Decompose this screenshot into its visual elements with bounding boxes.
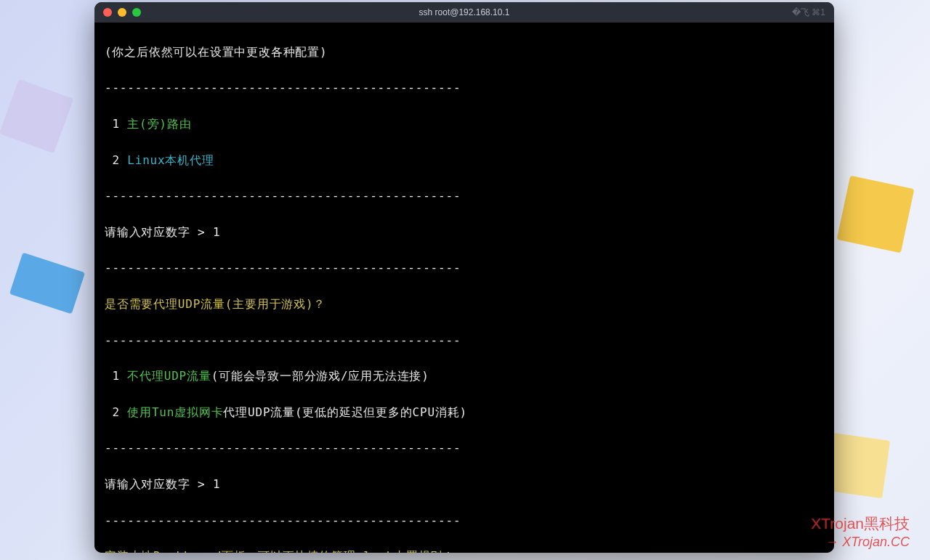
titlebar[interactable]: ssh root@192.168.10.1 �飞 ⌘1 — [94, 2, 834, 23]
menu-option-1: 1 主(旁)路由 — [105, 115, 824, 134]
minimize-icon[interactable] — [118, 8, 126, 17]
divider: ----------------------------------------… — [105, 187, 824, 206]
terminal-body[interactable]: (你之后依然可以在设置中更改各种配置) --------------------… — [94, 23, 834, 553]
divider: ----------------------------------------… — [105, 512, 824, 530]
prompt-line: 请输入对应数字 > 1 — [105, 224, 824, 242]
dashboard-tip: 安装本地Dashboard面板，可以更快捷的管理clash内置规则！ — [105, 548, 824, 553]
divider: ----------------------------------------… — [105, 332, 824, 350]
window-controls — [103, 8, 141, 17]
titlebar-hint: �飞 ⌘1 — [792, 7, 825, 19]
prompt-line: 请输入对应数字 > 1 — [105, 476, 824, 494]
wallpaper-block — [825, 433, 890, 498]
hint-text: (你之后依然可以在设置中更改各种配置) — [105, 44, 824, 62]
divider: ----------------------------------------… — [105, 439, 824, 458]
wallpaper-block — [0, 79, 73, 154]
divider: ----------------------------------------… — [105, 259, 824, 277]
zoom-icon[interactable] — [132, 8, 141, 17]
close-icon[interactable] — [103, 8, 112, 17]
window-title: ssh root@192.168.10.1 — [94, 7, 834, 17]
terminal-window: ssh root@192.168.10.1 �飞 ⌘1 (你之后依然可以在设置中… — [94, 2, 834, 553]
question-udp: 是否需要代理UDP流量(主要用于游戏)？ — [105, 296, 824, 314]
wallpaper-block — [837, 176, 915, 253]
udp-option-2: 2 使用Tun虚拟网卡代理UDP流量(更低的延迟但更多的CPU消耗) — [105, 404, 824, 422]
menu-option-2: 2 Linux本机代理 — [105, 152, 824, 170]
wallpaper-block — [9, 253, 85, 315]
divider: ----------------------------------------… — [105, 79, 824, 97]
udp-option-1: 1 不代理UDP流量(可能会导致一部分游戏/应用无法连接) — [105, 368, 824, 386]
